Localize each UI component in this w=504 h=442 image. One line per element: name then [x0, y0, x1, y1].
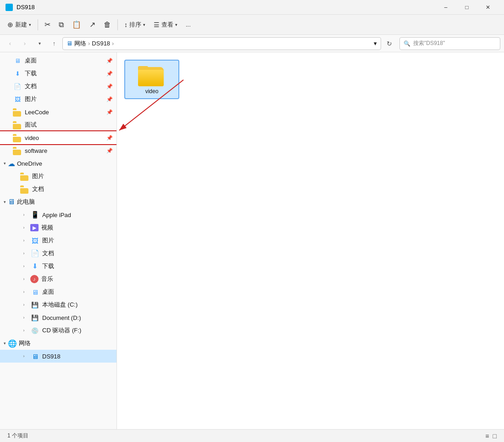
folder-video-label: video	[145, 88, 159, 95]
sidebar-item-label-desktop: 桌面	[25, 56, 104, 65]
maximize-button[interactable]: □	[456, 0, 477, 15]
refresh-button[interactable]: ↻	[383, 37, 396, 50]
sidebar-item-pictures[interactable]: 🖼 图片 📌	[0, 93, 116, 106]
address-dropdown-icon[interactable]: ▾	[374, 40, 377, 47]
sidebar-item-label-downloads: 下载	[25, 69, 104, 78]
statusbar-right: ≡ □	[485, 432, 497, 440]
sidebar-item-label-docs: 文档	[42, 249, 113, 257]
pics-icon: 🖼	[30, 236, 39, 245]
sidebar-item-onedrive-pictures[interactable]: 图片	[0, 170, 116, 183]
minimize-button[interactable]: –	[435, 0, 456, 15]
sidebar-item-software[interactable]: software 📌	[0, 144, 116, 157]
sidebar-item-video[interactable]: video 📌	[0, 131, 116, 144]
sidebar-item-documents[interactable]: 📄 文档 📌	[0, 80, 116, 93]
annotation-arrow	[117, 52, 504, 429]
main-layout: 🖥 桌面 📌 ⬇ 下载 📌 📄 文档 📌 🖼 图片 📌 LeeCode 📌 面试	[0, 52, 504, 429]
list-view-button[interactable]: ≡	[485, 432, 489, 440]
cut-button[interactable]: ✂	[41, 18, 54, 31]
download-icon: ⬇	[13, 69, 22, 78]
drive-c-chevron: ›	[20, 301, 28, 308]
picture-icon: 🖼	[13, 95, 22, 104]
sidebar-item-pics[interactable]: › 🖼 图片	[0, 234, 116, 247]
desktop2-chevron: ›	[20, 288, 28, 296]
close-button[interactable]: ✕	[477, 0, 498, 15]
sidebar-item-dl[interactable]: › ⬇ 下载	[0, 260, 116, 273]
sidebar-item-label-documents: 文档	[25, 82, 104, 90]
search-icon: 🔍	[404, 40, 410, 47]
sidebar-item-apple-ipad[interactable]: › 📱 Apple iPad	[0, 208, 116, 221]
sidebar-item-drive-d[interactable]: › 💾 Document (D:)	[0, 311, 116, 324]
network-section[interactable]: ▾ 🌐 网络	[0, 337, 116, 350]
titlebar: DS918 – □ ✕	[0, 0, 504, 15]
more-label: ...	[186, 21, 191, 28]
up-button[interactable]: ↑	[48, 37, 61, 50]
sidebar-item-music[interactable]: › ♪ 音乐	[0, 273, 116, 285]
sidebar-item-label-onedrive-documents: 文档	[32, 185, 113, 193]
breadcrumb-network: 网络	[74, 39, 86, 48]
sidebar-item-docs[interactable]: › 📄 文档	[0, 247, 116, 260]
sidebar-item-label-drive-d: Document (D:)	[42, 314, 113, 321]
ds918-icon: 🖥	[30, 352, 39, 361]
pin-icon-pictures: 📌	[106, 96, 113, 102]
trash-icon: 🗑	[104, 21, 111, 29]
more-button[interactable]: ...	[182, 19, 194, 30]
toolbar-separator-1	[38, 19, 38, 30]
sidebar-item-drive-f[interactable]: › 💿 CD 驱动器 (F:)	[0, 324, 116, 337]
onedrive-section[interactable]: ▾ ☁ OneDrive	[0, 157, 116, 170]
network-label: 网络	[19, 339, 31, 347]
thispc-section[interactable]: ▾ 🖥 此电脑	[0, 196, 116, 208]
grid-view-button[interactable]: □	[493, 432, 497, 440]
thispc-collapse-icon: ▾	[4, 200, 6, 204]
folder-video[interactable]: video	[124, 60, 179, 99]
sort-button[interactable]: ↕ 排序 ▾	[121, 19, 149, 31]
sidebar-item-desktop[interactable]: 🖥 桌面 📌	[0, 54, 116, 67]
sidebar-item-leecode[interactable]: LeeCode 📌	[0, 106, 116, 118]
statusbar: 1 个项目 ≡ □	[0, 429, 504, 442]
view-label: 查看	[161, 21, 173, 29]
music-icon: ♪	[30, 275, 39, 283]
share-button[interactable]: ↗	[86, 18, 99, 31]
sidebar-item-interview[interactable]: 面试	[0, 118, 116, 131]
sidebar-item-label-leecode: LeeCode	[25, 109, 104, 116]
new-dropdown-icon: ▾	[29, 22, 31, 27]
copy-button[interactable]: ⧉	[55, 19, 67, 31]
sidebar-item-label-onedrive-pictures: 图片	[32, 172, 113, 180]
recent-button[interactable]: ▾	[33, 37, 46, 50]
desktop-icon: 🖥	[13, 56, 22, 65]
sidebar-item-desktop2[interactable]: › 🖥 桌面	[0, 285, 116, 298]
paste-icon: 📋	[72, 20, 81, 29]
sidebar-item-label-video: video	[25, 134, 104, 141]
sidebar-item-videos[interactable]: › ▶ 视频	[0, 221, 116, 234]
sidebar-item-drive-c[interactable]: › 💾 本地磁盘 (C:)	[0, 298, 116, 311]
breadcrumb-ds918: DS918	[92, 40, 110, 47]
drive-d-chevron: ›	[20, 314, 28, 321]
forward-button[interactable]: ›	[18, 37, 31, 50]
paste-button[interactable]: 📋	[68, 18, 85, 31]
toolbar: ⊕ 新建 ▾ ✂ ⧉ 📋 ↗ 🗑 ↕ 排序 ▾ ☰ 查看 ▾ ...	[0, 15, 504, 35]
thispc-icon: 🖥	[8, 198, 15, 206]
onedrive-cloud-icon: ☁	[8, 159, 15, 168]
sort-icon: ↕	[124, 21, 127, 28]
search-placeholder: 搜索"DS918"	[413, 39, 445, 47]
item-count: 1 个项目	[7, 432, 28, 440]
view-button[interactable]: ☰ 查看 ▾	[150, 19, 181, 31]
search-box[interactable]: 🔍 搜索"DS918"	[399, 37, 500, 50]
pics-chevron: ›	[20, 237, 28, 244]
sidebar-item-label-software: software	[25, 147, 104, 154]
sort-label: 排序	[129, 21, 141, 29]
address-box[interactable]: 🖥 网络 › DS918 › ▾	[62, 37, 381, 50]
interview-folder-icon	[13, 120, 22, 129]
titlebar-left: DS918	[6, 4, 35, 11]
sidebar-item-downloads[interactable]: ⬇ 下载 📌	[0, 67, 116, 80]
sidebar-item-label-pics: 图片	[42, 236, 113, 245]
delete-button[interactable]: 🗑	[100, 19, 115, 31]
new-button[interactable]: ⊕ 新建 ▾	[4, 19, 35, 31]
sidebar-item-ds918[interactable]: › 🖥 DS918	[0, 350, 116, 363]
sidebar-item-onedrive-documents[interactable]: 文档	[0, 183, 116, 196]
videos-chevron: ›	[20, 224, 28, 231]
folder-video-icon	[138, 64, 166, 86]
desktop2-icon: 🖥	[30, 287, 39, 297]
software-folder-icon	[13, 146, 22, 155]
onedrive-pictures-icon	[20, 172, 29, 181]
back-button[interactable]: ‹	[4, 37, 17, 50]
